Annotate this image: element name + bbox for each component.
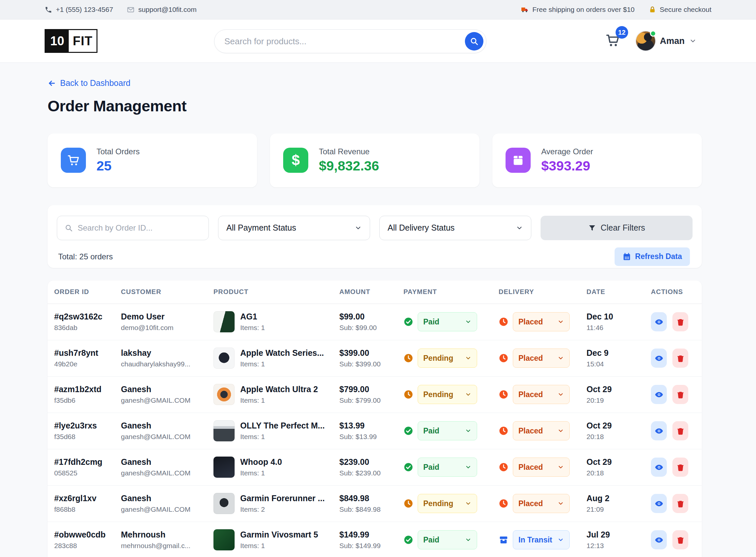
view-order-button[interactable]	[651, 421, 667, 440]
funnel-icon	[588, 224, 596, 232]
product-image	[213, 384, 235, 405]
delivery-status-select[interactable]: Placed	[513, 458, 570, 477]
payment-status-icon	[403, 499, 413, 508]
delete-order-button[interactable]	[672, 312, 688, 331]
envelope-icon	[127, 6, 135, 13]
search-icon	[469, 37, 479, 46]
shipping-promo: Free shipping on orders over $10	[521, 6, 634, 13]
order-date: Oct 29	[586, 385, 651, 394]
truck-icon	[521, 6, 529, 13]
table-row: #lye2u3rxs f35d68 Ganesh ganesh@GMAIL.CO…	[48, 413, 702, 449]
delivery-status-icon	[499, 426, 508, 436]
product-image	[213, 493, 235, 514]
payment-status-icon	[403, 462, 413, 472]
clear-filters-button[interactable]: Clear Filters	[541, 216, 693, 240]
chevron-down-icon	[465, 536, 471, 543]
delete-order-button[interactable]	[672, 349, 688, 368]
delivery-status-select[interactable]: In Transit	[513, 530, 570, 549]
eye-icon	[655, 390, 664, 399]
phone-icon	[45, 6, 52, 13]
delivery-status-select[interactable]: Placed	[513, 312, 570, 331]
product-items: Items: 2	[240, 505, 325, 514]
payment-status-select[interactable]: Pending	[418, 349, 477, 368]
chevron-down-icon	[557, 391, 564, 398]
order-id-search-input[interactable]	[78, 223, 201, 233]
product-items: Items: 1	[240, 360, 324, 368]
back-to-dashboard-link[interactable]: Back to Dashboard	[48, 78, 130, 88]
order-id: #q2sw3162c	[54, 312, 121, 321]
refresh-data-button[interactable]: Refresh Data	[615, 247, 690, 266]
logo-left-text: 10	[46, 30, 69, 52]
payment-status-select[interactable]: Paid	[418, 421, 477, 440]
order-hash: f868b8	[54, 505, 121, 514]
delivery-status-select[interactable]: Placed	[513, 421, 570, 440]
product-name: OLLY The Perfect M...	[240, 421, 325, 431]
payment-status-select[interactable]: Paid	[418, 530, 477, 549]
view-order-button[interactable]	[651, 349, 667, 368]
delivery-status-select[interactable]: Placed	[513, 494, 570, 513]
delete-order-button[interactable]	[672, 458, 688, 477]
order-amount: $239.00	[339, 457, 403, 467]
view-order-button[interactable]	[651, 494, 667, 513]
order-amount: $99.00	[339, 312, 403, 321]
order-hash: 283c88	[54, 542, 121, 550]
order-time: 21:09	[586, 505, 651, 514]
delivery-status-select[interactable]: Placed	[513, 385, 570, 404]
search-icon	[64, 224, 73, 232]
payment-status-select[interactable]: Paid	[418, 312, 477, 331]
product-image	[213, 457, 235, 478]
delete-order-button[interactable]	[672, 530, 688, 549]
stat-label: Average Order	[541, 147, 593, 156]
shipping-text: Free shipping on orders over $10	[532, 6, 634, 13]
chevron-down-icon	[557, 428, 564, 434]
table-row: #ush7r8ynt 49b20e lakshay chaudharylaksh…	[48, 340, 702, 377]
payment-status-select[interactable]: Pending	[418, 385, 477, 404]
clock-icon	[499, 317, 508, 327]
delete-order-button[interactable]	[672, 385, 688, 404]
order-hash: f35d68	[54, 433, 121, 441]
cart-button[interactable]: 12	[605, 33, 620, 49]
view-order-button[interactable]	[651, 312, 667, 331]
order-time: 15:04	[586, 360, 651, 368]
order-id: #lye2u3rxs	[54, 421, 121, 431]
trash-icon	[676, 463, 685, 472]
product-name: AG1	[240, 312, 265, 321]
stat-label: Total Orders	[96, 147, 140, 156]
delivery-status-select[interactable]: Placed	[513, 349, 570, 368]
search-button[interactable]	[465, 32, 484, 51]
chevron-down-icon	[689, 37, 697, 45]
check-circle-icon	[403, 426, 413, 436]
calendar-icon	[622, 253, 631, 261]
payment-status-icon	[403, 389, 413, 400]
delivery-status-icon	[499, 499, 508, 508]
customer-name: Ganesh	[121, 421, 213, 431]
view-order-button[interactable]	[651, 458, 667, 477]
delivery-status-icon	[499, 535, 508, 545]
trash-icon	[676, 318, 685, 326]
column-header: AMOUNT	[339, 288, 403, 296]
header: 10 FIT 12 Aman	[0, 20, 756, 63]
chevron-down-icon	[557, 500, 564, 507]
product-search-bar	[214, 29, 486, 53]
customer-email: chaudharylakshay99...	[121, 360, 213, 368]
delivery-status-icon	[499, 462, 508, 472]
product-items: Items: 1	[240, 542, 318, 550]
delivery-status-filter[interactable]: All Delivery Status	[379, 216, 531, 240]
delete-order-button[interactable]	[672, 494, 688, 513]
view-order-button[interactable]	[651, 385, 667, 404]
table-body: #q2sw3162c 836dab Demo User demo@10fit.c…	[48, 304, 702, 557]
view-order-button[interactable]	[651, 530, 667, 549]
payment-status-filter[interactable]: All Payment Status	[218, 216, 370, 240]
delete-order-button[interactable]	[672, 421, 688, 440]
user-menu[interactable]: Aman	[636, 31, 697, 51]
order-subtotal: Sub: $399.00	[339, 360, 403, 368]
chevron-down-icon	[557, 464, 564, 470]
order-date: Jul 29	[586, 530, 651, 539]
order-amount: $149.99	[339, 530, 403, 539]
brand-logo[interactable]: 10 FIT	[45, 29, 97, 53]
payment-status-select[interactable]: Pending	[418, 494, 477, 513]
payment-status-select[interactable]: Paid	[418, 458, 477, 477]
product-search-input[interactable]	[224, 36, 465, 47]
eye-icon	[655, 318, 664, 326]
secure-checkout: Secure checkout	[649, 6, 711, 13]
